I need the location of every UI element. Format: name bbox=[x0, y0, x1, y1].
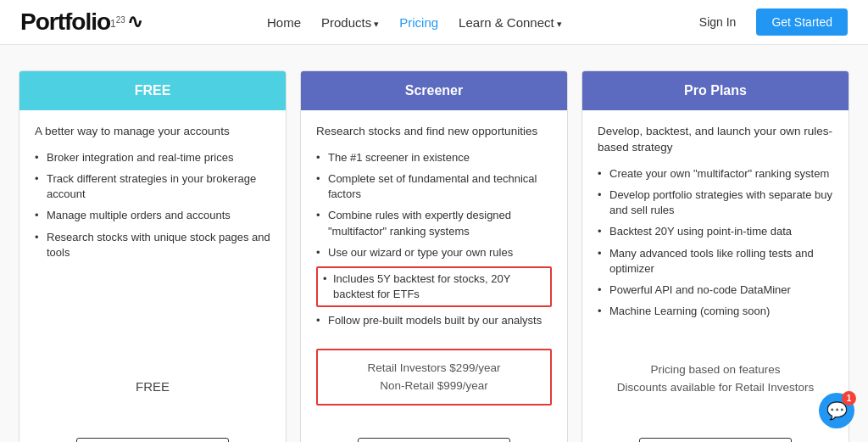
feature-item-screener-5: Follow pre-built models built by our ana… bbox=[316, 313, 552, 328]
card-header-screener: Screener bbox=[301, 71, 567, 110]
logo-chart-icon: ∿ bbox=[127, 11, 142, 33]
feature-item-pro-5: Machine Learning (coming soon) bbox=[598, 304, 833, 319]
cta-button-screener[interactable]: Get Started bbox=[358, 438, 510, 442]
pricing-info-pro: Pricing based on featuresDiscounts avail… bbox=[598, 352, 833, 406]
feature-item-free-3: Research stocks with unique stock pages … bbox=[35, 230, 270, 260]
feature-item-pro-2: Backtest 20Y using point-in-time data bbox=[598, 224, 833, 239]
chat-badge: 1 bbox=[842, 391, 856, 406]
feature-list-pro: Create your own "multifactor" ranking sy… bbox=[598, 166, 833, 338]
site-header: Portfolio123∿ Home Products Pricing Lear… bbox=[0, 0, 868, 45]
header-actions: Sign In Get Started bbox=[687, 8, 848, 36]
pricing-cards: FREEA better way to manage your accounts… bbox=[19, 70, 849, 442]
feature-item-screener-4: Includes 5Y backtest for stocks, 20Y bac… bbox=[316, 266, 552, 307]
feature-item-screener-0: The #1 screener in existence bbox=[316, 150, 552, 165]
logo-text: Portfolio bbox=[20, 8, 110, 36]
card-footer-pro: Get Started bbox=[582, 429, 849, 442]
nav-pricing[interactable]: Pricing bbox=[391, 10, 447, 35]
feature-list-free: Broker integration and real-time pricesT… bbox=[35, 150, 270, 355]
feature-item-screener-3: Use our wizard or type your own rules bbox=[316, 245, 552, 260]
card-body-pro: Develop, backtest, and launch your own r… bbox=[582, 110, 849, 429]
cta-button-pro[interactable]: Get Started bbox=[639, 438, 792, 442]
main-nav: Home Products Pricing Learn & Connect bbox=[259, 10, 570, 35]
pricing-page: FREEA better way to manage your accounts… bbox=[0, 45, 868, 442]
feature-item-screener-2: Combine rules with expertly designed "mu… bbox=[316, 208, 552, 238]
feature-item-pro-4: Powerful API and no-code DataMiner bbox=[598, 283, 833, 298]
header-get-started-button[interactable]: Get Started bbox=[756, 8, 848, 36]
feature-item-free-2: Manage multiple orders and accounts bbox=[35, 208, 270, 223]
card-description-free: A better way to manage your accounts bbox=[35, 124, 270, 140]
card-description-screener: Research stocks and find new opportuniti… bbox=[316, 124, 552, 140]
pricing-card-free: FREEA better way to manage your accounts… bbox=[19, 70, 287, 442]
nav-products[interactable]: Products bbox=[313, 10, 387, 35]
card-body-free: A better way to manage your accountsBrok… bbox=[19, 110, 286, 429]
card-footer-free: Get Started bbox=[19, 429, 286, 442]
feature-item-pro-0: Create your own "multifactor" ranking sy… bbox=[598, 166, 833, 182]
card-body-screener: Research stocks and find new opportuniti… bbox=[301, 110, 567, 429]
sign-in-button[interactable]: Sign In bbox=[687, 10, 748, 34]
card-header-pro: Pro Plans bbox=[582, 71, 849, 110]
feature-list-screener: The #1 screener in existenceComplete set… bbox=[316, 150, 552, 335]
feature-item-free-0: Broker integration and real-time prices bbox=[35, 150, 270, 165]
pricing-card-screener: ScreenerResearch stocks and find new opp… bbox=[300, 70, 568, 442]
pricing-card-pro: Pro PlansDevelop, backtest, and launch y… bbox=[581, 70, 849, 442]
logo-superscript: 123 bbox=[110, 15, 125, 30]
card-description-pro: Develop, backtest, and launch your own r… bbox=[598, 124, 833, 156]
card-footer-screener: Get Started bbox=[301, 429, 567, 442]
logo[interactable]: Portfolio123∿ bbox=[20, 8, 142, 36]
cta-button-free[interactable]: Get Started bbox=[76, 438, 229, 442]
feature-item-screener-1: Complete set of fundamental and technica… bbox=[316, 171, 552, 202]
feature-item-pro-1: Develop portfolio strategies with separa… bbox=[598, 187, 833, 218]
nav-learn-connect[interactable]: Learn & Connect bbox=[450, 10, 570, 35]
chat-bubble[interactable]: 💬 1 bbox=[819, 393, 854, 428]
feature-item-pro-3: Many advanced tools like rolling tests a… bbox=[598, 246, 833, 277]
pricing-info-free: FREE bbox=[35, 368, 270, 406]
pricing-info-screener: Retail Investors $299/yearNon-Retail $99… bbox=[316, 349, 552, 406]
nav-home[interactable]: Home bbox=[259, 10, 309, 35]
card-header-free: FREE bbox=[19, 71, 286, 110]
feature-item-free-1: Track different strategies in your broke… bbox=[35, 171, 270, 202]
